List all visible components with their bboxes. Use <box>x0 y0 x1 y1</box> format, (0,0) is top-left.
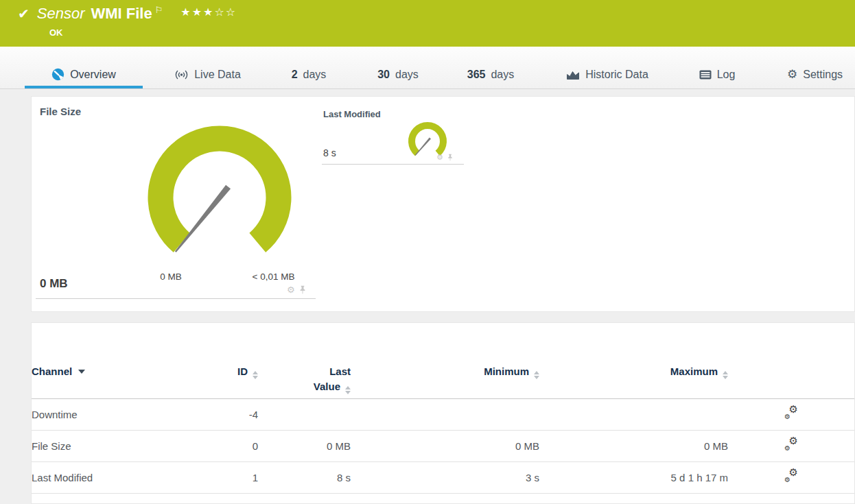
minimum-cell: 0 MB <box>351 430 539 461</box>
channel-settings-icon[interactable]: ⚙⚙ <box>784 438 799 452</box>
sensor-name: WMI File <box>91 3 152 24</box>
gear-icon: ⚙ <box>784 445 790 452</box>
channels-panel: Channel ID Last Value Minimum Maximum <box>31 322 855 504</box>
tab-label: days <box>491 69 514 81</box>
last-modified-gauge-tools: ⚙ <box>436 154 453 161</box>
tab-number: 2 <box>292 69 298 81</box>
priority-stars[interactable]: ★★★☆☆ <box>180 3 237 21</box>
flag-icon: ⚐ <box>155 5 163 16</box>
channel-id-cell: -4 <box>196 398 258 430</box>
sensor-kind-label: Sensor <box>37 3 85 24</box>
tab-overview[interactable]: Overview <box>25 47 143 88</box>
tab-label: days <box>303 69 327 81</box>
last-modified-current-value: 8 s <box>323 147 336 158</box>
tab-label: Live Data <box>194 69 241 81</box>
pin-icon[interactable] <box>447 154 453 161</box>
tab-2-days[interactable]: 2 days <box>268 47 350 88</box>
table-row-downtime: Downtime -4 ⚙⚙ <box>32 398 854 430</box>
gear-icon: ⚙ <box>787 69 797 80</box>
file-size-gauge-tools: ⚙ <box>287 285 306 294</box>
column-header-maximum[interactable]: Maximum <box>539 357 728 398</box>
channel-name-cell: File Size <box>32 430 196 461</box>
channels-table: Channel ID Last Value Minimum Maximum <box>32 357 854 494</box>
status-badge: OK <box>49 27 63 38</box>
gauges-panel: File Size 0 MB < 0,01 MB 0 MB ⚙ Last Mod… <box>31 96 855 312</box>
column-label: Value <box>314 381 340 392</box>
channel-name-cell: Last Modified <box>32 461 196 493</box>
tab-log[interactable]: Log <box>683 47 751 88</box>
sensor-overview-page: ✔ Sensor WMI File ⚐ ★★★☆☆ OK Overview <box>0 0 855 504</box>
channel-settings-icon[interactable]: ⚙⚙ <box>784 470 799 483</box>
channel-id-cell: 0 <box>196 430 258 461</box>
file-size-gauge-title: File Size <box>40 106 81 117</box>
file-size-current-value: 0 MB <box>40 277 68 291</box>
column-label: Last <box>258 364 351 379</box>
sensor-header-bar: ✔ Sensor WMI File ⚐ ★★★☆☆ OK <box>0 0 855 47</box>
maximum-cell: 5 d 1 h 17 m <box>539 461 728 493</box>
gear-icon: ⚙ <box>784 477 790 483</box>
sort-icon <box>345 386 351 394</box>
table-row-last-modified: Last Modified 1 8 s 3 s 5 d 1 h 17 m ⚙⚙ <box>32 461 854 493</box>
tab-historic-data[interactable]: Historic Data <box>549 47 666 88</box>
tab-label: days <box>395 69 419 81</box>
tab-settings[interactable]: ⚙ Settings <box>779 47 851 88</box>
column-label: Channel <box>32 365 72 377</box>
column-header-channel[interactable]: Channel <box>32 357 196 398</box>
tab-label: Log <box>717 69 736 81</box>
gauge-scale-min-label: 0 MB <box>143 272 198 282</box>
last-value-cell: 8 s <box>258 461 351 493</box>
last-value-cell <box>258 398 351 430</box>
minimum-cell <box>351 398 539 430</box>
column-header-id[interactable]: ID <box>196 357 258 398</box>
file-size-panel-divider <box>36 298 316 299</box>
last-modified-panel-divider <box>322 164 464 165</box>
sort-icon <box>723 371 728 379</box>
sort-caret-icon <box>78 370 85 374</box>
column-label: ID <box>237 365 248 377</box>
last-modified-gauge-title: Last Modified <box>323 109 381 119</box>
sort-icon <box>253 371 258 379</box>
tab-30-days[interactable]: 30 days <box>357 47 439 88</box>
tab-live-data[interactable]: Live Data <box>161 47 254 88</box>
tab-number: 30 <box>377 69 390 81</box>
tab-label: Overview <box>70 69 116 81</box>
tab-number: 365 <box>467 69 486 81</box>
status-check-icon: ✔ <box>18 3 30 24</box>
pin-icon[interactable] <box>299 285 306 294</box>
broadcast-icon <box>174 69 189 80</box>
stars-filled[interactable]: ★★★ <box>180 5 214 19</box>
log-icon <box>699 70 712 80</box>
last-value-cell: 0 MB <box>258 430 351 461</box>
stars-empty[interactable]: ☆☆ <box>214 5 237 19</box>
tab-bar: Overview Live Data 2 days 30 days 365 <box>0 47 855 89</box>
maximum-cell: 0 MB <box>539 430 728 461</box>
file-size-gauge <box>143 124 301 261</box>
column-label: Minimum <box>484 365 529 377</box>
gauge-settings-icon[interactable]: ⚙ <box>287 285 295 294</box>
tab-label: Historic Data <box>585 69 648 81</box>
column-header-last-value[interactable]: Last Value <box>258 357 351 398</box>
tab-365-days[interactable]: 365 days <box>449 47 532 88</box>
minimum-cell: 3 s <box>351 461 539 493</box>
column-header-minimum[interactable]: Minimum <box>351 357 539 398</box>
gauge-scale-max-label: < 0,01 MB <box>241 272 306 282</box>
gauge-settings-icon[interactable]: ⚙ <box>436 154 443 161</box>
tab-label: Settings <box>803 69 843 81</box>
column-label: Maximum <box>670 365 718 377</box>
channel-id-cell: 1 <box>196 461 258 493</box>
column-header-settings <box>728 357 854 398</box>
maximum-cell <box>539 398 728 430</box>
sensor-title-row: ✔ Sensor WMI File ⚐ ★★★☆☆ <box>18 3 237 24</box>
gauge-icon <box>51 68 65 81</box>
sort-icon <box>534 371 539 379</box>
gear-icon: ⚙ <box>784 413 790 420</box>
channel-name-cell: Downtime <box>32 398 196 430</box>
table-row-file-size: File Size 0 0 MB 0 MB 0 MB ⚙⚙ <box>32 430 854 461</box>
channel-settings-icon[interactable]: ⚙⚙ <box>784 407 799 420</box>
area-chart-icon <box>566 69 580 80</box>
